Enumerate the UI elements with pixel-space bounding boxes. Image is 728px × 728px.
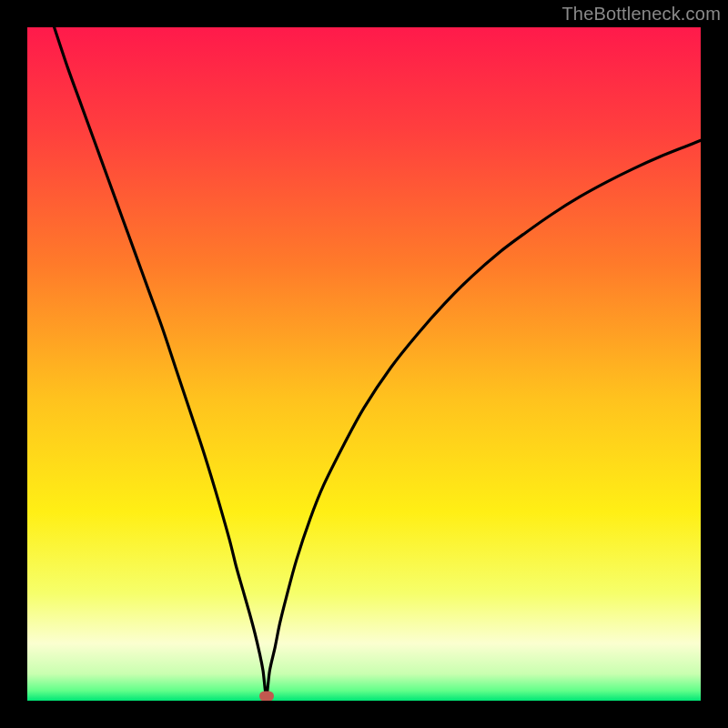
plot-area (27, 27, 701, 701)
bottleneck-curve (27, 27, 701, 701)
watermark-text: TheBottleneck.com (561, 4, 721, 25)
chart-frame: TheBottleneck.com (0, 0, 728, 728)
optimal-point-marker (259, 692, 274, 702)
